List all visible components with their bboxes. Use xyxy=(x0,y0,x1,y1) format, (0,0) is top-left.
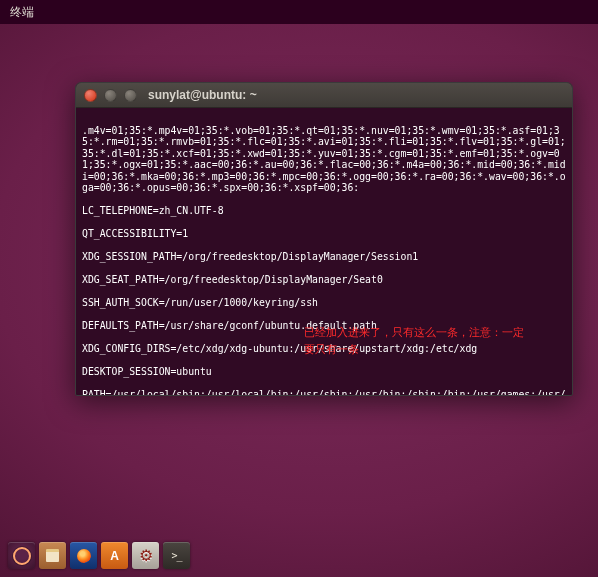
terminal-icon[interactable] xyxy=(163,542,190,569)
terminal-output[interactable]: .m4v=01;35:*.mp4v=01;35:*.vob=01;35:*.qt… xyxy=(76,108,572,395)
close-icon[interactable] xyxy=(84,89,97,102)
terminal-line: DESKTOP_SESSION=ubuntu xyxy=(82,366,566,378)
settings-icon[interactable] xyxy=(132,542,159,569)
terminal-line: XDG_SESSION_PATH=/org/freedesktop/Displa… xyxy=(82,251,566,263)
software-center-icon[interactable] xyxy=(101,542,128,569)
terminal-line: PATH=/usr/local/sbin:/usr/local/bin:/usr… xyxy=(82,389,566,396)
menu-bar-title: 终端 xyxy=(10,4,34,21)
terminal-line: QT_ACCESSIBILITY=1 xyxy=(82,228,566,240)
firefox-icon[interactable] xyxy=(70,542,97,569)
annotation-text: 要只有一条 xyxy=(304,342,359,356)
terminal-window: sunylat@ubuntu: ~ .m4v=01;35:*.mp4v=01;3… xyxy=(75,82,573,396)
terminal-line: .m4v=01;35:*.mp4v=01;35:*.vob=01;35:*.qt… xyxy=(82,125,566,194)
terminal-line: XDG_SEAT_PATH=/org/freedesktop/DisplayMa… xyxy=(82,274,566,286)
files-icon[interactable] xyxy=(39,542,66,569)
desktop-menu-bar: 终端 xyxy=(0,0,598,24)
window-title-bar[interactable]: sunylat@ubuntu: ~ xyxy=(76,83,572,108)
window-title: sunylat@ubuntu: ~ xyxy=(148,88,257,102)
terminal-line: SSH_AUTH_SOCK=/run/user/1000/keyring/ssh xyxy=(82,297,566,309)
terminal-line: LC_TELEPHONE=zh_CN.UTF-8 xyxy=(82,205,566,217)
dash-icon[interactable] xyxy=(8,542,35,569)
minimize-icon[interactable] xyxy=(104,89,117,102)
annotation-text: 已经加入进来了，只有这么一条，注意：一定 xyxy=(304,325,524,339)
maximize-icon[interactable] xyxy=(124,89,137,102)
launcher-dock xyxy=(6,540,192,571)
